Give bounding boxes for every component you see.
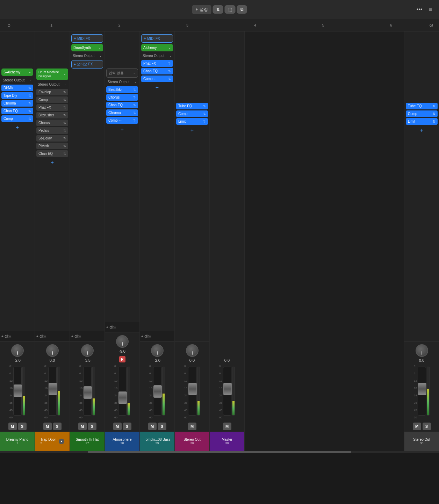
master-add-insert[interactable]: + — [406, 126, 438, 135]
ch4-mute[interactable]: M — [113, 423, 122, 430]
ch5-add-insert[interactable]: + — [141, 83, 173, 92]
ch2-instrument[interactable]: Drum MachineDesigner ⌄ — [36, 69, 68, 80]
ch3-fader[interactable] — [83, 367, 92, 416]
ch4-add-insert[interactable]: + — [106, 125, 138, 134]
ch4-record-badge[interactable]: R — [119, 356, 125, 362]
ch4-insert-1[interactable]: Chorus⇅ — [106, 94, 138, 101]
ch3-sends-btn[interactable]: + 센드 — [71, 333, 81, 340]
ch1-sends-btn[interactable]: + 센드 — [1, 333, 12, 340]
ch6-knob[interactable] — [186, 344, 199, 357]
ch2-fader[interactable] — [48, 367, 57, 416]
ch5-fader[interactable] — [153, 367, 161, 416]
ch4-sends-btn[interactable]: + 센드 — [106, 324, 116, 331]
ch2-insert-4[interactable]: Chorus⇅ — [36, 120, 68, 126]
ch3-track-label[interactable]: Smooth Hi-Hat 27 — [70, 432, 105, 451]
ch4-insert-0[interactable]: BeatBrkr⇅ — [106, 86, 138, 93]
ch4-fader[interactable] — [118, 367, 127, 416]
ch1-track-label[interactable]: Dreamy Piano 1 — [0, 432, 35, 451]
master-insert-2[interactable]: Limit⇅ — [406, 118, 438, 125]
bottom-scrollbar[interactable] — [0, 451, 439, 453]
ch4-stereo-output[interactable]: Stereo Output ⌄ — [106, 79, 138, 85]
ch1-mute[interactable]: M — [8, 423, 17, 430]
ch6-insert-1[interactable]: Comp⇅ — [176, 110, 208, 117]
master-insert-1[interactable]: Comp⇅ — [406, 110, 438, 117]
menu-button[interactable]: ≡ — [427, 5, 433, 14]
ch5-track-label[interactable]: Tompki...08 Bass 29 — [140, 432, 174, 451]
ch1-insert-4[interactable]: Comp ←⇅ — [1, 115, 33, 122]
ch5-stereo-output[interactable]: Stereo Output ⌄ — [141, 53, 173, 59]
master-fader-thumb[interactable] — [418, 383, 426, 395]
ch2-insert-8[interactable]: Chan EQ⇅ — [36, 150, 68, 157]
ch7-fader-thumb[interactable] — [223, 383, 232, 395]
ch2-knob[interactable] — [46, 344, 59, 357]
ch2-expand[interactable]: ▲ — [59, 439, 64, 444]
ch2-add-insert[interactable]: + — [36, 158, 68, 167]
master-insert-0[interactable]: Tube EQ⇅ — [406, 103, 438, 109]
more-button[interactable]: ••• — [415, 5, 424, 14]
add-button[interactable]: + 설정 — [192, 5, 211, 14]
ch3-audio-fx[interactable]: + 오디오 FX — [71, 60, 103, 69]
ch3-stereo-output[interactable]: Stereo Output ⌄ — [71, 53, 103, 59]
ch4-track-label[interactable]: Atmosphere 28 — [105, 432, 139, 451]
ch6-fader-thumb[interactable] — [188, 383, 197, 395]
ch6-fader[interactable] — [188, 367, 196, 416]
ch1-fader-thumb[interactable] — [14, 384, 22, 397]
ch2-solo[interactable]: S — [53, 423, 62, 430]
ch1-insert-2[interactable]: Chroma⇅ — [1, 100, 33, 107]
ch4-insert-2[interactable]: Chan EQ⇅ — [106, 102, 138, 108]
ch2-insert-6[interactable]: St-Delay⇅ — [36, 135, 68, 142]
ch2-fader-thumb[interactable] — [49, 383, 57, 395]
ch2-track-label[interactable]: Trap Door 2 ▲ — [35, 432, 70, 451]
ch7-track-label[interactable]: Master 38 — [210, 432, 244, 451]
ch3-knob[interactable] — [81, 344, 94, 357]
ch5-instrument[interactable]: Alchemy ⌄ — [141, 44, 173, 51]
ch1-instrument[interactable]: S-Alchemy ⌄ — [1, 69, 33, 76]
ch4-insert-3[interactable]: Chroma⇅ — [106, 109, 138, 116]
ch6-insert-2[interactable]: Limit⇅ — [176, 118, 208, 125]
ch4-fader-thumb[interactable] — [118, 391, 127, 404]
ch1-insert-3[interactable]: Chan EQ⇅ — [1, 108, 33, 114]
ch4-solo[interactable]: S — [123, 423, 131, 430]
ch5-fader-thumb[interactable] — [153, 385, 162, 398]
ch2-stereo-output[interactable]: Stereo Output ⌄ — [36, 81, 68, 87]
ch2-mute[interactable]: M — [43, 423, 52, 430]
ruler-right-icon[interactable]: ⊙ — [429, 22, 433, 28]
master-knob[interactable] — [416, 344, 428, 357]
ch5-insert-1[interactable]: Chan EQ⇅ — [141, 68, 173, 74]
ch2-insert-3[interactable]: Bitcrusher⇅ — [36, 112, 68, 118]
master-track-label[interactable]: Stereo Out 30 — [404, 432, 439, 451]
ch1-solo[interactable]: S — [18, 423, 27, 430]
ch6-track-label[interactable]: Stereo Out 30 — [175, 432, 209, 451]
ch2-insert-2[interactable]: Phat FX⇅ — [36, 104, 68, 111]
ch5-midi-fx[interactable]: + MIDI FX — [141, 34, 173, 43]
ch6-add-insert[interactable]: + — [176, 126, 208, 135]
scrollbar-thumb[interactable] — [88, 451, 351, 453]
ch2-insert-7[interactable]: PtVerb⇅ — [36, 143, 68, 149]
ch3-instrument[interactable]: DrumSynth ⌄ — [71, 44, 103, 51]
ch2-insert-5[interactable]: Pedals⇅ — [36, 127, 68, 134]
ch3-mute[interactable]: M — [78, 423, 87, 430]
copy-button[interactable]: ⧉ — [237, 5, 247, 14]
ch5-mute[interactable]: M — [148, 423, 157, 430]
master-solo[interactable]: S — [423, 423, 431, 430]
ch2-insert-0[interactable]: Envelop⇅ — [36, 89, 68, 95]
ch1-fader[interactable] — [13, 367, 22, 416]
master-mute[interactable]: M — [413, 423, 421, 430]
ch1-knob[interactable] — [11, 344, 24, 357]
ch4-instrument[interactable]: 입력 없음 ⌄ — [106, 69, 138, 78]
ch3-solo[interactable]: S — [88, 423, 96, 430]
ch7-mute[interactable]: M — [223, 423, 231, 430]
ch4-knob[interactable] — [116, 335, 129, 348]
ch1-insert-1[interactable]: Tape Dly⇅ — [1, 92, 33, 99]
ch3-fader-thumb[interactable] — [84, 386, 92, 399]
ch5-insert-2[interactable]: Comp ←⇅ — [141, 75, 173, 82]
ch6-mute[interactable]: M — [188, 423, 196, 430]
ch3-midi-fx[interactable]: + MIDI FX — [71, 34, 103, 43]
ch1-insert-0[interactable]: DirMix⇅ — [1, 85, 33, 91]
ruler-filter-icon[interactable]: ⊙ — [0, 23, 17, 28]
ch2-sends-btn[interactable]: + 센드 — [36, 333, 46, 340]
capture-button[interactable]: ⬚ — [225, 5, 236, 14]
ch5-sends-btn[interactable]: + 센드 — [141, 333, 151, 340]
ch7-fader[interactable] — [223, 367, 231, 416]
ch5-knob[interactable] — [151, 344, 164, 357]
